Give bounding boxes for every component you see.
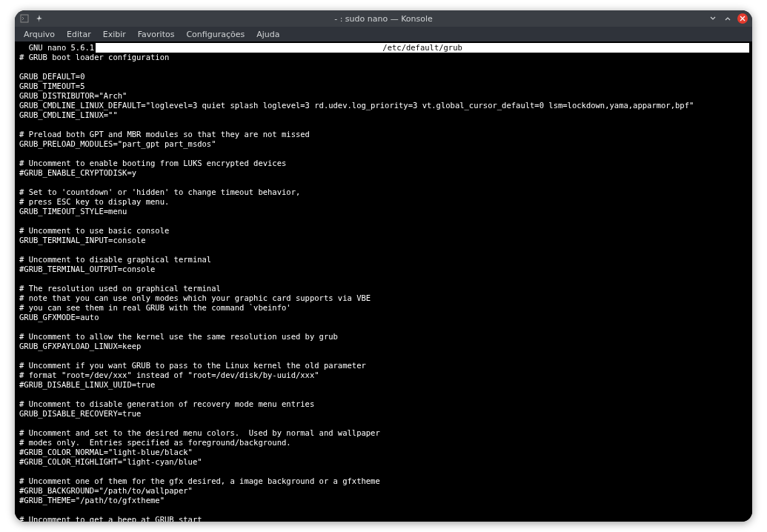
menu-ajuda[interactable]: Ajuda <box>252 28 284 41</box>
maximize-button[interactable] <box>723 13 733 24</box>
app-icon <box>19 13 30 24</box>
window-title: - : sudo nano — Konsole <box>15 14 752 24</box>
menu-configuracoes[interactable]: Configurações <box>182 28 249 41</box>
svg-rect-0 <box>21 15 28 22</box>
nano-editor-body[interactable]: # GRUB boot loader configuration GRUB_DE… <box>18 53 749 522</box>
nano-filepath: /etc/default/grub <box>96 43 749 53</box>
menu-editar[interactable]: Editar <box>62 28 96 41</box>
menu-arquivo[interactable]: Arquivo <box>19 28 59 41</box>
terminal-area[interactable]: GNU nano 5.6.1 /etc/default/grub # GRUB … <box>15 41 752 522</box>
nano-header: GNU nano 5.6.1 /etc/default/grub <box>18 43 749 53</box>
konsole-window: - : sudo nano — Konsole Arquivo Editar E… <box>15 10 752 522</box>
nano-version: GNU nano 5.6.1 <box>18 43 96 53</box>
minimize-button[interactable] <box>708 13 718 24</box>
menu-favoritos[interactable]: Favoritos <box>133 28 179 41</box>
menubar: Arquivo Editar Exibir Favoritos Configur… <box>15 27 752 41</box>
pin-icon[interactable] <box>34 13 44 24</box>
close-button[interactable] <box>737 13 748 24</box>
titlebar[interactable]: - : sudo nano — Konsole <box>15 10 752 27</box>
menu-exibir[interactable]: Exibir <box>99 28 130 41</box>
